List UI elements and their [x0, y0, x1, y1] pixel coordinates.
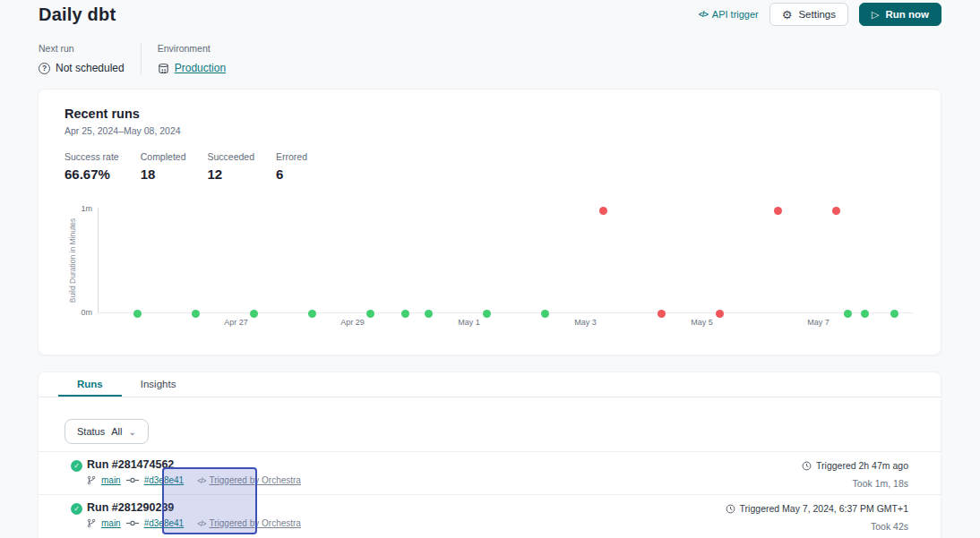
y-axis-title: Build Duration in Minutes	[68, 207, 77, 314]
settings-label: Settings	[798, 9, 836, 20]
branch-link[interactable]: main	[101, 518, 121, 528]
recent-runs-title: Recent runs	[39, 90, 941, 121]
stat-success-rate: Success rate 66.67%	[64, 151, 119, 182]
gear-icon: ⚙	[782, 8, 793, 21]
run-data-point-error[interactable]	[774, 207, 782, 215]
tab-bar: Runs Insights	[39, 372, 941, 397]
branch-link[interactable]: main	[101, 475, 121, 485]
page-header: Daily dbt </> API trigger ⚙ Settings ▷ R…	[0, 0, 980, 74]
environment-label: Environment	[158, 43, 226, 54]
x-axis-tick: Apr 27	[224, 318, 248, 327]
duration-chart-plot: 1m 0m Apr 27Apr 29May 1May 3May 5May 7	[98, 208, 913, 313]
api-trigger-link[interactable]: </> API trigger	[699, 9, 759, 20]
settings-button[interactable]: ⚙ Settings	[769, 3, 848, 26]
run-data-point-error[interactable]	[658, 310, 666, 318]
header-actions: </> API trigger ⚙ Settings ▷ Run now	[699, 3, 941, 26]
run-triggered-time: Triggered 2h 47m ago	[816, 460, 908, 471]
recent-runs-card: Recent runs Apr 25, 2024–May 08, 2024 Su…	[38, 89, 941, 355]
y-axis-tick: 1m	[81, 204, 92, 213]
status-filter-label: Status	[77, 426, 105, 437]
clock-icon	[802, 461, 812, 471]
date-range: Apr 25, 2024–May 08, 2024	[39, 121, 941, 136]
branch-icon	[87, 518, 96, 528]
tab-insights[interactable]: Insights	[122, 372, 195, 397]
x-axis-tick: May 5	[691, 318, 713, 327]
stats-row: Success rate 66.67% Completed 18 Succeed…	[39, 136, 941, 182]
commit-icon	[126, 519, 139, 527]
api-trigger-label: API trigger	[712, 9, 759, 20]
stat-succeeded: Succeeded 12	[207, 151, 254, 182]
status-filter-dropdown[interactable]: Status All ⌄	[64, 419, 149, 444]
run-data-point-error[interactable]	[599, 207, 607, 215]
job-meta: Next run ? Not scheduled Environment Pro…	[39, 43, 941, 74]
stat-completed: Completed 18	[141, 151, 186, 182]
element-picker-highlight-overlay	[162, 467, 257, 534]
next-run-label: Next run	[39, 43, 125, 54]
chevron-down-icon: ⌄	[128, 427, 135, 437]
next-run-value: Not scheduled	[56, 62, 125, 74]
commit-icon	[126, 476, 139, 484]
run-data-point-success[interactable]	[844, 310, 852, 318]
run-now-label: Run now	[885, 9, 929, 20]
run-duration: Took 1m, 18s	[853, 478, 908, 489]
environment-group: Environment Production	[158, 43, 226, 74]
run-now-button[interactable]: ▷ Run now	[859, 3, 941, 26]
clock-icon	[726, 504, 735, 514]
run-data-point-error[interactable]	[716, 310, 724, 318]
next-run-group: Next run ? Not scheduled	[39, 43, 125, 74]
run-data-point-success[interactable]	[890, 310, 898, 318]
play-icon: ▷	[872, 9, 879, 21]
success-check-icon: ✓	[71, 503, 82, 515]
run-data-point-success[interactable]	[133, 310, 142, 318]
run-data-point-success[interactable]	[425, 310, 433, 318]
run-data-point-success[interactable]	[192, 310, 200, 318]
run-data-point-error[interactable]	[832, 207, 840, 215]
x-axis-tick: May 7	[807, 318, 830, 327]
code-icon: </>	[699, 10, 708, 19]
tab-runs[interactable]: Runs	[58, 372, 122, 397]
x-axis-tick: May 1	[458, 318, 480, 327]
run-duration: Took 42s	[871, 521, 908, 532]
stat-errored: Errored 6	[276, 151, 307, 182]
run-data-point-success[interactable]	[483, 310, 491, 318]
status-filter-value: All	[111, 426, 122, 437]
environment-icon	[158, 63, 169, 74]
y-axis-tick: 0m	[81, 308, 92, 317]
run-data-point-success[interactable]	[861, 310, 869, 318]
environment-link[interactable]: Production	[175, 62, 226, 74]
x-axis-tick: Apr 29	[340, 318, 365, 327]
run-data-point-success[interactable]	[366, 310, 374, 318]
branch-icon	[87, 475, 96, 485]
meta-divider	[141, 43, 142, 74]
run-data-point-success[interactable]	[401, 310, 409, 318]
success-check-icon: ✓	[71, 460, 82, 472]
help-circle-icon: ?	[39, 63, 50, 74]
run-triggered-time: Triggered May 7, 2024, 6:37 PM GMT+1	[740, 503, 908, 514]
page-title: Daily dbt	[39, 4, 116, 25]
run-data-point-success[interactable]	[541, 310, 549, 318]
run-data-point-success[interactable]	[250, 310, 258, 318]
run-data-point-success[interactable]	[308, 310, 316, 318]
x-axis-tick: May 3	[574, 318, 597, 327]
